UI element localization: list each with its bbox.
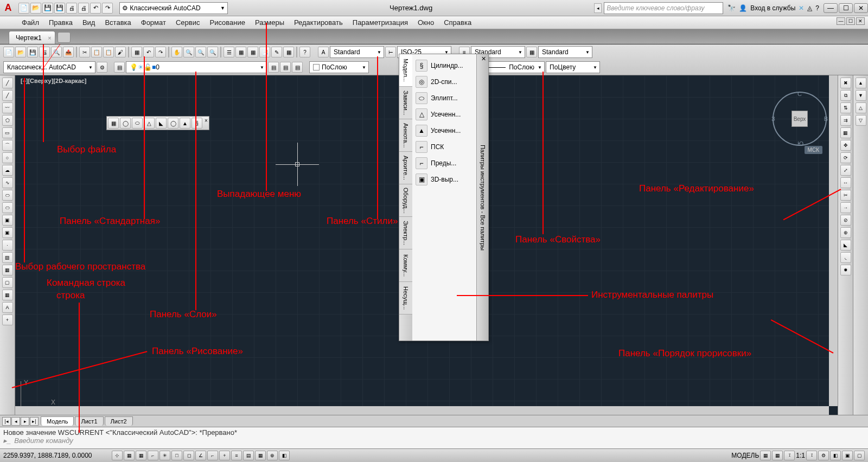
plot-icon[interactable]: 🖨	[39, 47, 50, 57]
layer-dropdown[interactable]: 💡 ☀ 🔓 ■ 0	[126, 61, 267, 73]
quickview-icon[interactable]: ▦	[772, 451, 783, 460]
sheetset-icon[interactable]: 📑	[259, 47, 270, 57]
publish-icon[interactable]: 📤	[63, 47, 74, 57]
table-style-dropdown[interactable]: Standard	[538, 46, 592, 58]
qp-icon[interactable]: ▦	[255, 451, 266, 460]
layer-iso-icon[interactable]: ▤	[280, 62, 291, 73]
osnap-icon[interactable]: □	[171, 451, 182, 460]
palette-item[interactable]: ▣3D-выр...	[414, 171, 474, 188]
palette-title-bar[interactable]: Палитры инструментов - Все палитры	[476, 54, 488, 341]
menu-parametric[interactable]: Параметризация	[353, 18, 408, 27]
layer-manager-icon[interactable]: ▤	[114, 62, 125, 73]
annoscale-icon[interactable]: ⟟	[784, 451, 795, 460]
dyn-icon[interactable]: +	[219, 451, 230, 460]
plot-preview-icon[interactable]: 🖨	[78, 3, 89, 14]
palette-tab-mech[interactable]: Оборуд...	[399, 184, 412, 217]
gradient-icon[interactable]: ▦	[2, 265, 13, 275]
array-icon[interactable]: ▦	[840, 127, 851, 138]
bring-front-icon[interactable]: ▲	[856, 78, 866, 88]
new-icon[interactable]: 📄	[18, 3, 29, 14]
ucs-name-badge[interactable]: МСК	[805, 146, 822, 154]
ellipse-icon[interactable]: ⬭	[2, 190, 13, 201]
dir-north[interactable]: С	[797, 91, 802, 97]
menu-file[interactable]: Файл	[22, 18, 39, 27]
command-input[interactable]: ▸_ Введите команду	[3, 437, 865, 445]
infer-icon[interactable]: ⊹	[112, 451, 123, 460]
viewport-label[interactable]: [–][Сверху][2D-каркас]	[21, 78, 87, 84]
viewcube[interactable]: С Ю В З Верх	[773, 92, 827, 146]
designcenter-icon[interactable]: ▦	[235, 47, 246, 57]
save-icon[interactable]: 💾	[42, 3, 53, 14]
hw-accel-icon[interactable]: ◧	[830, 451, 841, 460]
sphere-icon[interactable]: ◯	[120, 118, 131, 129]
redo-icon[interactable]: ↷	[155, 47, 166, 57]
pan-icon[interactable]: ✋	[171, 47, 182, 57]
mdi-min-button[interactable]: —	[837, 17, 845, 25]
palette-item[interactable]: ⌐Преды...	[414, 155, 474, 171]
help-icon[interactable]: ?	[299, 47, 310, 57]
rotate-icon[interactable]: ⟳	[840, 152, 851, 163]
close-button[interactable]: ✕	[854, 3, 868, 13]
offset-icon[interactable]: ⇉	[840, 115, 851, 126]
dir-south[interactable]: Ю	[797, 140, 803, 147]
palette-tab-comm[interactable]: Комму...	[399, 249, 412, 282]
menu-insert[interactable]: Вставка	[105, 18, 131, 27]
properties-icon[interactable]: ☰	[224, 47, 234, 57]
last-tab-button[interactable]: ▸|	[30, 417, 39, 426]
rect-icon[interactable]: ▭	[2, 127, 13, 138]
command-line[interactable]: Новое значение WSCURRENT <"Классический …	[0, 427, 868, 448]
coordinates-readout[interactable]: 2259.9397, 1888.7189, 0.0000	[3, 452, 112, 459]
revcloud-icon[interactable]: ☁	[2, 165, 13, 176]
pline-icon[interactable]: 〰	[2, 102, 13, 113]
palette-tab-constraints[interactable]: Зависи...	[399, 87, 412, 119]
insert-icon[interactable]: ▣	[2, 215, 13, 226]
search-left-icon[interactable]: ◂	[594, 3, 602, 13]
helix-icon[interactable]: §	[192, 118, 202, 129]
scale-label[interactable]: 1:1	[796, 452, 805, 459]
mirror-icon[interactable]: ⇅	[840, 102, 851, 113]
saveas-icon[interactable]: 💾	[54, 3, 65, 14]
table-icon[interactable]: ▦	[2, 290, 13, 300]
palette-item[interactable]: §Цилиндр...	[414, 57, 474, 74]
menu-modify[interactable]: Редактировать	[294, 18, 343, 27]
menu-window[interactable]: Окно	[418, 18, 434, 27]
calc-icon[interactable]: ▦	[283, 47, 294, 57]
paste-icon[interactable]: 📋	[103, 47, 114, 57]
textstyle-icon[interactable]: A	[318, 47, 329, 57]
plot-icon[interactable]: 🖨	[66, 3, 77, 14]
exchange-icon[interactable]: ✕	[799, 4, 804, 12]
dimstyle-icon[interactable]: ⊢	[385, 47, 396, 57]
block-icon[interactable]: ▣	[2, 227, 13, 238]
tablestyle-icon[interactable]: ▦	[526, 47, 537, 57]
ws-switch-icon[interactable]: ⚙	[818, 451, 829, 460]
layout-grid-icon[interactable]: ▦	[760, 451, 771, 460]
toolbar-close-icon[interactable]: ×	[205, 118, 208, 129]
line-icon[interactable]: ╱	[2, 78, 13, 88]
xline-icon[interactable]: ╱	[2, 90, 13, 101]
isolate-icon[interactable]: ▣	[842, 451, 853, 460]
toolpalette-icon[interactable]: ▦	[247, 47, 258, 57]
otrack-icon[interactable]: ∠	[195, 451, 206, 460]
viewcube-top-face[interactable]: Верх	[792, 111, 808, 127]
palette-item[interactable]: △Усеченн...	[414, 106, 474, 123]
floating-toolbar[interactable]: ▦ ◯ ⬭ △ ◣ ◯ ▲ § ×	[106, 116, 209, 130]
palette-item[interactable]: ◎2D-спи...	[414, 74, 474, 90]
copy-icon[interactable]: 📋	[91, 47, 102, 57]
stretch-icon[interactable]: ↔	[840, 177, 851, 188]
menu-format[interactable]: Формат	[141, 18, 166, 27]
prev-tab-button[interactable]: ◂	[11, 417, 20, 426]
workspace-dropdown[interactable]: ⚙ Классический AutoCAD ▼	[119, 2, 228, 14]
color-dropdown[interactable]: ПоСлою	[309, 61, 369, 73]
layout2-tab[interactable]: Лист2	[105, 416, 133, 426]
move-icon[interactable]: ✥	[840, 140, 851, 151]
join-icon[interactable]: ⊕	[840, 227, 851, 238]
lwt-icon[interactable]: ≡	[231, 451, 242, 460]
text-style-dropdown[interactable]: Standard	[330, 46, 384, 58]
undo-icon[interactable]: ↶	[90, 3, 101, 14]
layer-states-icon[interactable]: ▤	[268, 62, 279, 73]
palette-item[interactable]: ▲Усеченн...	[414, 123, 474, 139]
cylinder-icon[interactable]: ⬭	[132, 118, 143, 129]
menu-tools[interactable]: Сервис	[176, 18, 200, 27]
wedge-icon[interactable]: ◣	[156, 118, 167, 129]
cloud-icon[interactable]: ◬	[807, 4, 812, 12]
